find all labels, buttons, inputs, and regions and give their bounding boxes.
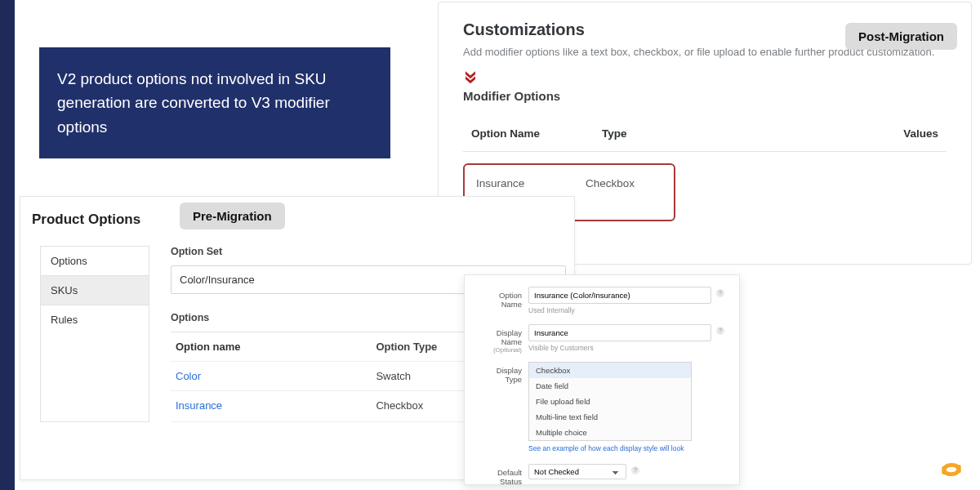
- display-name-helper: Visible by Customers: [528, 344, 726, 352]
- left-accent-bar: [0, 0, 15, 490]
- display-type-label: Display Type: [478, 362, 528, 384]
- option-name-input[interactable]: [528, 287, 711, 304]
- option-link-color[interactable]: Color: [176, 370, 376, 382]
- option-link-insurance[interactable]: Insurance: [176, 399, 376, 413]
- info-icon[interactable]: ?: [716, 327, 724, 335]
- display-type-listbox[interactable]: Checkbox Date field File upload field Mu…: [528, 362, 692, 441]
- option-edit-form: Option Name ? Used Internally Display Na…: [464, 274, 740, 485]
- col-type: Type: [602, 127, 881, 140]
- callout-box: V2 product options not involved in SKU g…: [39, 47, 390, 158]
- option-name-label: Option Name: [478, 287, 528, 309]
- modifier-table-header: Option Name Type Values: [463, 127, 947, 152]
- display-name-label: Display Name: [497, 328, 522, 346]
- col-option-name: Option Name: [471, 127, 602, 140]
- modifier-row-name-line1: Insurance: [476, 175, 586, 193]
- modifier-row-type: Checkbox: [586, 175, 662, 210]
- col-values: Values: [881, 127, 938, 140]
- option-set-label: Option Set: [171, 246, 566, 257]
- info-icon[interactable]: ?: [716, 289, 724, 297]
- brand-logo-icon: [939, 457, 964, 482]
- option-name-helper: Used Internally: [528, 306, 726, 314]
- post-migration-badge: Post-Migration: [845, 23, 957, 50]
- callout-text: V2 product options not involved in SKU g…: [57, 70, 330, 136]
- default-status-label: Default Status: [478, 464, 528, 486]
- display-style-example-link[interactable]: See an example of how each display style…: [528, 444, 726, 452]
- pre-migration-badge: Pre-Migration: [180, 203, 285, 229]
- info-icon[interactable]: ?: [631, 466, 639, 474]
- display-name-optional: (Optional): [478, 346, 522, 354]
- modifier-options-heading: Modifier Options: [463, 89, 947, 103]
- display-type-option[interactable]: Multi-line text field: [529, 409, 691, 425]
- display-name-input[interactable]: [528, 324, 711, 341]
- side-tabs: Options SKUs Rules: [40, 246, 149, 422]
- display-type-option[interactable]: Checkbox: [529, 363, 691, 378]
- display-type-option[interactable]: File upload field: [529, 394, 691, 409]
- options-col-name: Option name: [176, 341, 376, 353]
- default-status-select[interactable]: Not Checked: [528, 464, 626, 479]
- display-type-option[interactable]: Multiple choice: [529, 425, 691, 440]
- double-chevron-down-icon: [463, 69, 478, 84]
- tab-options[interactable]: Options: [41, 247, 149, 276]
- product-options-title: Product Options: [20, 197, 574, 246]
- tab-rules[interactable]: Rules: [41, 305, 149, 334]
- tab-skus[interactable]: SKUs: [41, 276, 149, 305]
- display-type-option[interactable]: Date field: [529, 378, 691, 394]
